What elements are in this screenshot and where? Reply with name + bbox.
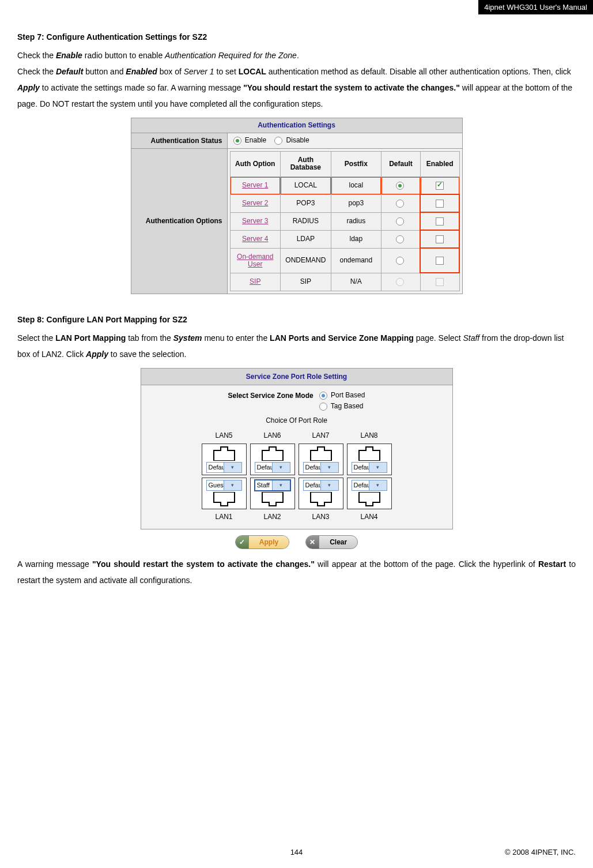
- lpszm-term: LAN Ports and Service Zone Mapping: [270, 333, 414, 343]
- rj45-icon: [259, 492, 286, 507]
- port-lan8: Default▾: [347, 444, 392, 475]
- default-radio[interactable]: [396, 182, 404, 190]
- default-radio[interactable]: [396, 257, 404, 265]
- server3-link[interactable]: Server 3: [242, 217, 268, 225]
- text: will appear at the bottom of the page. C…: [315, 559, 538, 569]
- server1-link[interactable]: Server 1: [242, 181, 268, 189]
- cell-db: SIP: [281, 273, 331, 291]
- mode-tagbased-radio[interactable]: [319, 403, 327, 411]
- auth-options-table: Auth Option Auth Database Postfix Defaul…: [230, 151, 460, 291]
- enabled-checkbox-disabled: [436, 278, 444, 286]
- chevron-down-icon: ▾: [224, 480, 241, 490]
- server2-link[interactable]: Server 2: [242, 199, 268, 207]
- select-value: Default: [352, 464, 369, 471]
- port-lan2: Staff▾: [250, 478, 295, 509]
- server1-term: Server 1: [184, 67, 214, 76]
- default-radio[interactable]: [396, 217, 404, 226]
- col-postfix: Postfix: [331, 152, 382, 176]
- text: tab from the: [126, 333, 173, 343]
- apply-label: Apply: [249, 535, 289, 549]
- select-value: Default: [207, 464, 224, 471]
- cell-db: ONDEMAND: [281, 248, 331, 273]
- lan6-select[interactable]: Default▾: [255, 462, 290, 473]
- lan7-select[interactable]: Default▾: [303, 462, 339, 473]
- text: Check the: [17, 67, 56, 76]
- lan5-label: LAN5: [202, 430, 247, 441]
- mode-portbased-radio[interactable]: [319, 392, 327, 400]
- cell-pf: local: [331, 176, 382, 194]
- enabled-checkbox[interactable]: [436, 182, 444, 190]
- chevron-down-icon: ▾: [369, 480, 387, 490]
- warning-text: "You should restart the system to activa…: [92, 559, 315, 569]
- auth-settings-title: Authentication Settings: [131, 118, 463, 133]
- enable-label: Enable: [245, 136, 266, 144]
- ondemand-link[interactable]: On-demand User: [237, 253, 273, 268]
- text: A warning message: [17, 559, 92, 569]
- port-lan7: Default▾: [299, 444, 343, 475]
- select-value: Staff: [255, 482, 273, 489]
- port-lan1: Guest▾: [202, 478, 247, 509]
- lan3-select[interactable]: Default▾: [303, 480, 339, 491]
- port-lan6: Default▾: [250, 444, 295, 475]
- cell-pf: ldap: [331, 230, 382, 248]
- text: page. Select: [414, 333, 463, 343]
- default-radio[interactable]: [396, 235, 404, 243]
- text: box of: [157, 67, 184, 76]
- lan1-label: LAN1: [202, 512, 247, 522]
- step7-paragraph: Check the Enable radio button to enable …: [17, 47, 576, 112]
- default-radio-disabled: [396, 278, 404, 286]
- enabled-checkbox[interactable]: [436, 217, 444, 226]
- rj45-icon: [356, 492, 383, 507]
- text: Check the: [17, 51, 56, 60]
- clear-button[interactable]: ✕ Clear: [305, 535, 358, 549]
- cell-pf: ondemand: [331, 248, 382, 273]
- text: to activate the settings made so far. A …: [40, 83, 243, 92]
- lan8-select[interactable]: Default▾: [352, 462, 387, 473]
- default-term: Default: [56, 67, 83, 76]
- lan2-select[interactable]: Staff▾: [255, 480, 290, 491]
- mode-opt-b: Tag Based: [331, 402, 364, 410]
- col-auth-option: Auth Option: [230, 152, 281, 176]
- default-radio[interactable]: [396, 200, 404, 208]
- rj45-icon: [210, 492, 238, 507]
- text: to save the selection.: [108, 350, 186, 359]
- cell-db: LDAP: [281, 230, 331, 248]
- ports-grid: LAN5 LAN6 LAN7 LAN8 Default▾ Default▾: [202, 430, 392, 522]
- cell-pf: pop3: [331, 194, 382, 212]
- authreq-term: Authentication Required for the Zone: [165, 51, 297, 60]
- system-term: System: [173, 333, 202, 343]
- select-value: Guest: [207, 482, 224, 489]
- lan5-select[interactable]: Default▾: [206, 462, 242, 473]
- step7-title: Step 7: Configure Authentication Setting…: [17, 29, 576, 45]
- rj45-icon: [307, 492, 335, 507]
- col-enabled: Enabled: [420, 152, 459, 176]
- cell-pf: N/A: [331, 273, 382, 291]
- sip-link[interactable]: SIP: [250, 277, 260, 285]
- port-role-screenshot: Service Zone Port Role Setting Select Se…: [141, 368, 453, 529]
- page-number: 144: [203, 848, 390, 856]
- chevron-down-icon: ▾: [320, 463, 338, 472]
- enabled-checkbox[interactable]: [436, 235, 444, 243]
- lan4-select[interactable]: Default▾: [352, 480, 387, 491]
- cell-db: RADIUS: [281, 212, 331, 230]
- copyright: © 2008 4IPNET, INC.: [390, 848, 576, 856]
- lpm-term: LAN Port Mapping: [55, 333, 126, 343]
- enabled-term: Enabled: [126, 67, 157, 76]
- auth-status-enable-radio[interactable]: [233, 137, 241, 145]
- enabled-checkbox[interactable]: [436, 257, 444, 265]
- step8-title: Step 8: Configure LAN Port Mapping for S…: [17, 311, 576, 328]
- enabled-checkbox[interactable]: [436, 200, 444, 208]
- lan2-label: LAN2: [250, 512, 295, 522]
- text: button and: [83, 67, 126, 76]
- mode-label: Select Service Zone Mode: [228, 392, 314, 400]
- cell-pf: radius: [331, 212, 382, 230]
- cell-db: LOCAL: [281, 176, 331, 194]
- lan1-select[interactable]: Guest▾: [206, 480, 242, 491]
- select-value: Default: [304, 464, 321, 471]
- lan3-label: LAN3: [299, 512, 343, 522]
- auth-status-disable-radio[interactable]: [274, 137, 282, 145]
- col-default: Default: [382, 152, 421, 176]
- server4-link[interactable]: Server 4: [242, 235, 268, 243]
- apply-button[interactable]: ✓ Apply: [235, 535, 289, 549]
- lan8-label: LAN8: [347, 430, 392, 441]
